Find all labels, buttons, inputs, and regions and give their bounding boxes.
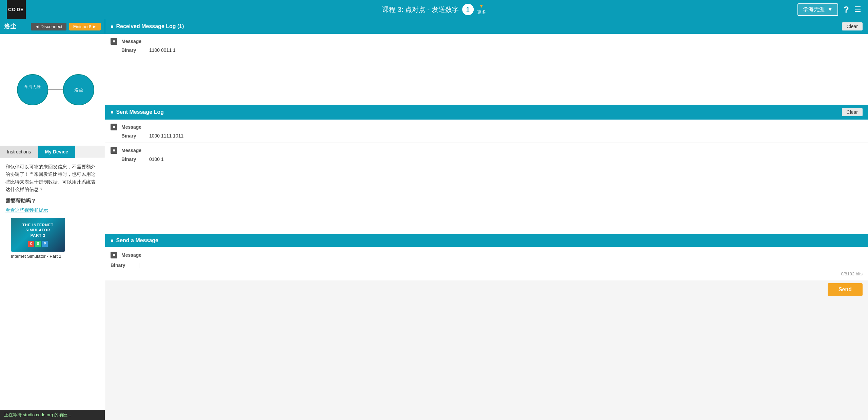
sent-binary-value-2: 0100 1 [149, 156, 164, 162]
sent-message-1: ■ Message Binary 1000 1111 1011 [105, 120, 868, 143]
instructions-content: 和伙伴可以可靠的来回发信息，不需要额外的协调了！当来回发送比特时，也可以用这些比… [0, 158, 105, 410]
svg-text:学海无涯: 学海无涯 [24, 84, 41, 89]
video-image: THE INTERNET SIMULATORPART 2 C S P [11, 218, 65, 252]
send-message-row: ■ Message [105, 250, 868, 260]
send-binary-input[interactable] [138, 262, 863, 268]
csp-p: P [42, 241, 48, 247]
received-message-1: ■ Message Binary 1100 0011 1 [105, 34, 868, 57]
instructions-text: 和伙伴可以可靠的来回发信息，不需要额外的协调了！当来回发送比特时，也可以用这些比… [5, 163, 99, 193]
send-message-header-left: ■ Send a Message [111, 237, 158, 244]
sent-log-area: ■ Message Binary 1000 1111 1011 ■ Messag… [105, 120, 868, 234]
received-log-clear-button[interactable]: Clear [842, 22, 863, 30]
more-label: 更多 [477, 9, 486, 15]
user-dropdown[interactable]: 学海无涯 ▼ [797, 3, 838, 16]
tab-instructions[interactable]: Instructions [0, 146, 38, 158]
video-thumbnail[interactable]: THE INTERNET SIMULATORPART 2 C S P Inter… [11, 218, 94, 260]
more-button[interactable]: ▼ 更多 [477, 4, 486, 15]
nav-right: 学海无涯 ▼ ? ☰ [797, 3, 861, 16]
network-diagram: 学海无涯 洛尘 [0, 34, 105, 146]
bit-counter: 0/8192 bits [105, 270, 868, 278]
panel-title: 洛尘 [4, 22, 28, 30]
sent-log-spacer [105, 166, 868, 234]
arrow-down-icon: ▼ [479, 4, 484, 8]
send-message-icon: ■ [111, 252, 117, 258]
received-log-header-left: ■ Received Message Log (1) [111, 23, 184, 29]
message-label-1: Message [121, 39, 145, 44]
logo-box: CODE [7, 0, 26, 19]
bottom-status: 正在等待 studio.code.org 的响应... [0, 410, 105, 420]
sent-message-row-2: ■ Message [111, 146, 863, 155]
send-button[interactable]: Send [828, 283, 863, 296]
binary-value-1: 1100 0011 1 [149, 47, 176, 53]
received-log-toggle[interactable]: ■ [111, 24, 113, 29]
help-title: 需要帮助吗？ [5, 197, 99, 205]
disconnect-button[interactable]: ◄ Disconnect [31, 23, 66, 30]
sent-message-row-1: ■ Message [111, 122, 863, 132]
send-message-label: Message [121, 252, 145, 258]
svg-text:洛尘: 洛尘 [74, 88, 83, 92]
tabs-section: Instructions My Device 和伙伴可以可靠的来回发信息，不需要… [0, 146, 105, 410]
lesson-title: 课程 3: 点对点 - 发送数字 [382, 5, 459, 14]
send-binary-row: Binary [105, 260, 868, 270]
sent-binary-label-2: Binary [121, 156, 145, 162]
help-link[interactable]: 看看这些视频和提示 [5, 206, 99, 214]
lesson-title-area: 课程 3: 点对点 - 发送数字 1 ▼ 更多 [382, 4, 486, 15]
chevron-down-icon: ▼ [827, 6, 833, 13]
main-layout: 洛尘 ◄ Disconnect Finished! ► 学海无涯 洛尘 Inst… [0, 19, 868, 420]
help-section: 需要帮助吗？ 看看这些视频和提示 [5, 197, 99, 214]
user-name: 学海无涯 [803, 6, 825, 13]
video-title: THE INTERNET SIMULATORPART 2 [11, 221, 65, 239]
message-icon-1: ■ [111, 38, 117, 45]
received-binary-row-1: Binary 1100 0011 1 [111, 46, 863, 54]
left-panel: 洛尘 ◄ Disconnect Finished! ► 学海无涯 洛尘 Inst… [0, 19, 105, 420]
sent-log-clear-button[interactable]: Clear [842, 108, 863, 116]
lesson-number: 1 [462, 4, 474, 15]
csp-c: C [28, 241, 34, 247]
sent-message-icon-2: ■ [111, 147, 117, 154]
top-navigation: CODE 课程 3: 点对点 - 发送数字 1 ▼ 更多 学海无涯 ▼ ? ☰ [0, 0, 868, 19]
menu-button[interactable]: ☰ [854, 5, 861, 14]
sent-log-header: ■ Sent Message Log Clear [105, 105, 868, 120]
tab-bar: Instructions My Device [0, 146, 105, 158]
send-button-row: Send [105, 280, 868, 301]
received-message-row-1: ■ Message [111, 37, 863, 46]
video-label: Internet Simulator - Part 2 [11, 253, 94, 260]
sent-message-icon-1: ■ [111, 124, 117, 130]
sent-message-label-1: Message [121, 124, 145, 130]
csp-badge: C S P [28, 241, 48, 247]
sent-message-label-2: Message [121, 148, 145, 153]
send-message-toggle[interactable]: ■ [111, 238, 113, 243]
status-text: 正在等待 studio.code.org 的响应... [4, 412, 71, 418]
received-log-area: ■ Message Binary 1100 0011 1 [105, 34, 868, 105]
received-log-title: Received Message Log (1) [116, 23, 184, 29]
right-panel: ■ Received Message Log (1) Clear ■ Messa… [105, 19, 868, 420]
sent-binary-value-1: 1000 1111 1011 [149, 133, 183, 139]
network-svg: 学海无涯 洛尘 [5, 56, 100, 124]
sent-binary-label-1: Binary [121, 133, 145, 139]
received-spacer [105, 57, 868, 105]
csp-s: S [35, 241, 41, 247]
binary-label-1: Binary [121, 47, 145, 53]
send-message-header: ■ Send a Message [105, 234, 868, 247]
tab-my-device[interactable]: My Device [38, 146, 75, 158]
sent-binary-row-2: Binary 0100 1 [111, 155, 863, 163]
sent-binary-row-1: Binary 1000 1111 1011 [111, 132, 863, 140]
send-message-title: Send a Message [116, 237, 158, 244]
left-header: 洛尘 ◄ Disconnect Finished! ► [0, 19, 105, 34]
svg-point-1 [17, 75, 48, 105]
logo: CODE [7, 0, 26, 19]
send-area: ■ Message Binary 0/8192 bits [105, 247, 868, 280]
logo-text: CODE [8, 7, 24, 12]
help-button[interactable]: ? [844, 4, 849, 15]
sent-message-2: ■ Message Binary 0100 1 [105, 143, 868, 166]
received-log-header: ■ Received Message Log (1) Clear [105, 19, 868, 34]
finished-button[interactable]: Finished! ► [69, 23, 101, 30]
sent-log-toggle[interactable]: ■ [111, 109, 113, 115]
sent-log-title: Sent Message Log [116, 109, 163, 115]
send-binary-label: Binary [111, 262, 134, 268]
sent-log-header-left: ■ Sent Message Log [111, 109, 164, 115]
